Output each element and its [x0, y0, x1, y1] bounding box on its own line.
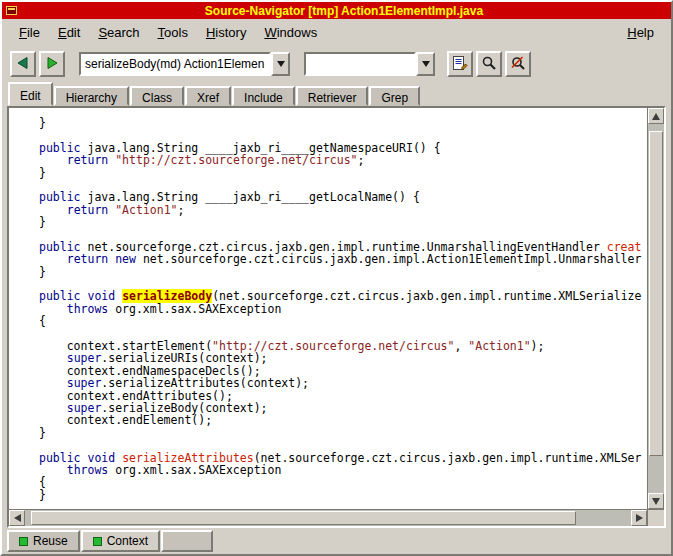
scroll-up-button[interactable]	[648, 108, 664, 124]
code-line: return "http://czt.sourceforge.net/circu…	[39, 154, 647, 166]
tab-retriever[interactable]: Retriever	[296, 86, 369, 106]
scroll-left-button[interactable]	[9, 510, 25, 526]
view-tabbar: Edit Hierarchy Class Xref Include Retrie…	[2, 82, 671, 106]
tab-grep[interactable]: Grep	[369, 86, 420, 106]
code-line: return new net.sourceforge.czt.circus.ja…	[39, 253, 647, 265]
vertical-scrollbar[interactable]	[647, 108, 664, 509]
context-tab-label: Context	[107, 534, 148, 548]
source-navigator-window: Source-Navigator [tmp] Action1ElementImp…	[0, 0, 673, 556]
code-line: }	[39, 489, 647, 501]
code-area[interactable]: } public java.lang.String ____jaxb_ri___…	[9, 108, 647, 509]
code-line: throws org.xml.sax.SAXException	[39, 303, 647, 315]
horizontal-scroll-trough[interactable]	[25, 510, 631, 526]
statusbar: Reuse Context	[2, 528, 671, 554]
back-button[interactable]	[10, 51, 36, 77]
code-line: return "Action1";	[39, 204, 647, 216]
vertical-scroll-thumb[interactable]	[649, 131, 663, 456]
code-line: }	[39, 427, 647, 439]
code-line: {	[39, 315, 647, 327]
forward-icon	[45, 56, 59, 73]
tab-xref[interactable]: Xref	[185, 86, 231, 106]
code-line: throws org.xml.sax.SAXException	[39, 464, 647, 476]
menu-edit[interactable]: Edit	[49, 21, 89, 44]
reuse-tab-label: Reuse	[33, 534, 68, 548]
window-title: Source-Navigator [tmp] Action1ElementImp…	[21, 4, 667, 18]
grep-icon	[510, 55, 526, 74]
chevron-down-icon	[422, 61, 430, 67]
toolbar: serializeBody(md) Action1Elemen	[2, 46, 671, 82]
code-line: }	[39, 167, 647, 179]
symbol-combobox[interactable]: serializeBody(md) Action1Elemen	[79, 52, 290, 76]
editor-icon	[452, 55, 468, 74]
code-line: }	[39, 266, 647, 278]
find-icon	[481, 55, 497, 74]
grep-button[interactable]	[505, 51, 531, 77]
menu-file[interactable]: File	[10, 21, 49, 44]
symbol-combo-dropdown-button[interactable]	[271, 52, 290, 76]
arrow-down-icon	[652, 498, 660, 505]
menubar: File Edit Search Tools History Windows H…	[2, 19, 671, 46]
tab-class[interactable]: Class	[130, 86, 184, 106]
code-line: }	[39, 117, 647, 129]
arrow-left-icon	[14, 514, 21, 522]
scroll-right-button[interactable]	[631, 510, 647, 526]
editor-frame: } public java.lang.String ____jaxb_ri___…	[7, 106, 666, 528]
context-indicator-icon	[93, 537, 102, 546]
back-icon	[16, 56, 30, 73]
search-combo-dropdown-button[interactable]	[416, 52, 435, 76]
tab-hierarchy[interactable]: Hierarchy	[54, 86, 129, 106]
forward-button[interactable]	[39, 51, 65, 77]
code-line: context.endElement();	[39, 414, 647, 426]
symbol-combo-value[interactable]: serializeBody(md) Action1Elemen	[79, 52, 271, 76]
horizontal-scroll-thumb[interactable]	[31, 511, 576, 525]
tab-include[interactable]: Include	[232, 86, 295, 106]
scrollbar-corner	[647, 510, 664, 526]
find-button[interactable]	[476, 51, 502, 77]
horizontal-scrollbar[interactable]	[9, 510, 647, 526]
chevron-down-icon	[277, 61, 285, 67]
menu-search[interactable]: Search	[89, 21, 148, 44]
search-combobox[interactable]	[304, 52, 435, 76]
empty-tab[interactable]	[161, 530, 213, 552]
vertical-scroll-trough[interactable]	[648, 124, 664, 493]
titlebar: Source-Navigator [tmp] Action1ElementImp…	[2, 2, 671, 19]
reuse-indicator-icon	[19, 537, 28, 546]
code-line: {	[39, 476, 647, 488]
search-combo-value[interactable]	[304, 52, 416, 76]
menu-history[interactable]: History	[197, 21, 255, 44]
reuse-tab[interactable]: Reuse	[7, 530, 80, 552]
editor-button[interactable]	[447, 51, 473, 77]
tab-edit[interactable]: Edit	[8, 82, 53, 106]
menu-windows[interactable]: Windows	[255, 21, 326, 44]
context-tab[interactable]: Context	[81, 530, 160, 552]
menu-tools[interactable]: Tools	[149, 21, 197, 44]
menu-help[interactable]: Help	[618, 21, 663, 44]
arrow-up-icon	[652, 113, 660, 120]
scroll-down-button[interactable]	[648, 493, 664, 509]
arrow-right-icon	[636, 514, 643, 522]
code-line: }	[39, 216, 647, 228]
window-menu-icon[interactable]	[6, 6, 17, 15]
